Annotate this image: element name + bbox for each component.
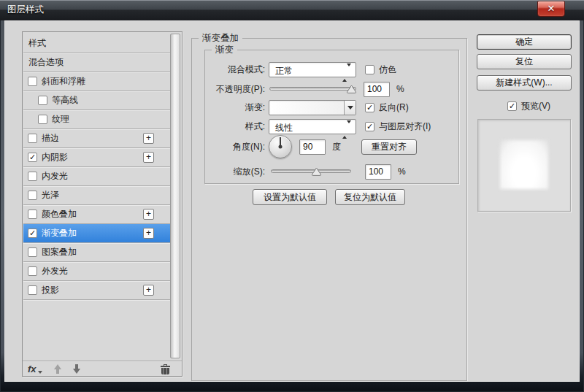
gradient-swatch[interactable] — [269, 100, 356, 115]
style-item-label: 斜面和浮雕 — [42, 75, 85, 88]
angle-dial[interactable] — [269, 135, 292, 158]
dither-checkbox[interactable] — [365, 65, 374, 74]
reset-default-button[interactable]: 复位为默认值 — [335, 189, 405, 205]
dropdown-arrows-icon — [342, 66, 351, 80]
ok-button[interactable]: 确定 — [477, 34, 572, 50]
style-list-item[interactable]: 外发光 — [23, 262, 170, 281]
expand-plus-button[interactable]: + — [143, 133, 154, 144]
style-list-item[interactable]: 混合选项 — [23, 53, 170, 72]
effects-toolbar: fx — [23, 361, 182, 376]
style-item-label: 等高线 — [52, 94, 78, 107]
style-value: 线性 — [275, 122, 293, 134]
style-list-item[interactable]: 颜色叠加 + — [23, 205, 170, 224]
style-item-label: 内发光 — [42, 170, 68, 182]
style-item-label: 投影 — [42, 284, 59, 296]
style-list-item[interactable]: ✓ 渐变叠加 + — [23, 224, 170, 243]
gradient-preview-thumbnail — [500, 140, 548, 189]
opacity-label: 不透明度(P): — [205, 83, 265, 96]
up-arrow-icon — [54, 364, 61, 369]
expand-plus-button[interactable]: + — [143, 285, 154, 296]
preview-label: 预览(V) — [521, 100, 550, 112]
item-checkbox[interactable] — [28, 191, 37, 200]
layer-style-dialog: 图层样式 ✕ 样式 混合选项 斜面和浮雕 等高线 纹理 描边 + ✓ 内阴影 +… — [0, 0, 584, 392]
preview-checkbox[interactable]: ✓ — [507, 101, 517, 111]
angle-input[interactable] — [299, 139, 326, 155]
move-effect-up-button[interactable] — [54, 364, 61, 374]
group-title: 渐变 — [212, 44, 237, 56]
item-checkbox[interactable]: ✓ — [28, 153, 37, 162]
dialog-body: 样式 混合选项 斜面和浮雕 等高线 纹理 描边 + ✓ 内阴影 + 内发光 光泽… — [4, 20, 580, 382]
item-checkbox[interactable] — [28, 247, 37, 257]
style-list-item[interactable]: 图案叠加 — [23, 243, 170, 262]
style-list: 样式 混合选项 斜面和浮雕 等高线 纹理 描边 + ✓ 内阴影 + 内发光 光泽… — [23, 34, 170, 300]
item-checkbox[interactable] — [38, 96, 47, 105]
new-style-button[interactable]: 新建样式(W)... — [477, 75, 572, 91]
align-with-layer-checkbox[interactable]: ✓ — [365, 122, 374, 131]
style-item-label: 内阴影 — [42, 151, 68, 164]
dither-label: 仿色 — [379, 64, 396, 76]
gradient-overlay-group: 渐变叠加 渐变 混合模式: 正常 仿色 不透明度(P): — [191, 38, 467, 381]
style-item-label: 渐变叠加 — [42, 227, 77, 239]
fx-menu-arrow-icon — [38, 371, 42, 374]
style-list-item[interactable]: 光泽 — [23, 186, 170, 205]
dialog-title: 图层样式 — [7, 0, 44, 20]
reset-align-button[interactable]: 重置对齐 — [361, 139, 417, 155]
style-item-label: 光泽 — [42, 189, 59, 201]
item-checkbox[interactable] — [28, 134, 37, 143]
down-arrow-icon — [73, 369, 80, 374]
blend-mode-label: 混合模式: — [205, 64, 265, 76]
style-list-item[interactable]: 内发光 — [23, 167, 170, 186]
style-item-label: 图案叠加 — [42, 246, 77, 258]
style-list-item[interactable]: 斜面和浮雕 — [23, 72, 170, 91]
style-list-item[interactable]: 描边 + — [23, 129, 170, 148]
gradient-label: 渐变: — [205, 101, 265, 114]
scale-slider[interactable] — [271, 164, 351, 179]
style-item-label: 样式 — [28, 37, 46, 50]
gradient-picker-button[interactable] — [344, 101, 356, 115]
style-select[interactable]: 线性 — [269, 119, 356, 134]
gradient-group: 渐变 混合模式: 正常 仿色 不透明度(P): — [204, 50, 459, 184]
delete-effect-button[interactable] — [161, 364, 170, 374]
scale-input[interactable] — [365, 164, 391, 180]
style-list-item[interactable]: 样式 — [23, 34, 170, 53]
item-checkbox[interactable] — [28, 172, 37, 181]
style-item-label: 描边 — [42, 132, 59, 145]
expand-plus-button[interactable]: + — [143, 152, 154, 163]
opacity-slider-thumb[interactable] — [346, 85, 357, 93]
item-checkbox[interactable] — [28, 266, 37, 276]
reverse-checkbox[interactable]: ✓ — [365, 103, 374, 112]
item-checkbox[interactable] — [28, 210, 37, 219]
scale-slider-thumb[interactable] — [311, 167, 322, 176]
set-default-button[interactable]: 设置为默认值 — [253, 189, 327, 205]
expand-plus-button[interactable]: + — [143, 209, 154, 220]
fx-icon: fx — [28, 364, 36, 374]
blend-mode-select[interactable]: 正常 — [269, 62, 356, 77]
move-effect-down-button[interactable] — [73, 364, 80, 374]
style-list-item[interactable]: 等高线 — [23, 91, 170, 110]
close-button[interactable]: ✕ — [537, 1, 565, 17]
style-list-item[interactable]: ✓ 内阴影 + — [23, 148, 170, 167]
blend-mode-value: 正常 — [275, 65, 293, 77]
style-item-label: 外发光 — [42, 265, 68, 277]
dropdown-arrow-icon — [347, 106, 353, 109]
item-checkbox[interactable] — [28, 285, 37, 295]
opacity-unit: % — [396, 84, 404, 94]
reset-button[interactable]: 复位 — [477, 54, 572, 69]
expand-plus-button[interactable]: + — [143, 228, 154, 239]
style-list-item[interactable]: 投影 + — [23, 281, 170, 300]
titlebar[interactable]: 图层样式 ✕ — [0, 0, 584, 20]
style-list-item[interactable]: 纹理 — [23, 110, 170, 129]
fx-menu-button[interactable]: fx — [28, 364, 42, 374]
scale-label: 缩放(S): — [205, 166, 265, 178]
item-checkbox[interactable] — [28, 77, 37, 86]
opacity-input[interactable] — [364, 82, 390, 97]
align-with-layer-label: 与图层对齐(I) — [379, 120, 431, 133]
item-checkbox[interactable] — [38, 115, 47, 124]
style-list-scrollbar[interactable] — [170, 34, 180, 358]
style-item-label: 颜色叠加 — [42, 208, 77, 220]
angle-unit: 度 — [332, 141, 341, 153]
close-icon: ✕ — [548, 3, 556, 14]
item-checkbox[interactable]: ✓ — [28, 228, 37, 238]
style-label: 样式: — [205, 120, 265, 133]
opacity-slider[interactable] — [269, 82, 356, 96]
